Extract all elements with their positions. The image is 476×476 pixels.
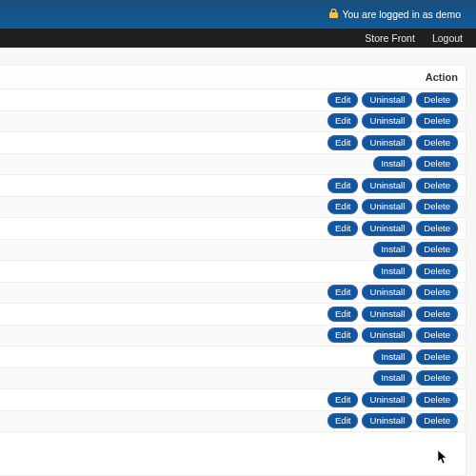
uninstall-button[interactable]: Uninstall bbox=[362, 307, 412, 322]
delete-button[interactable]: Delete bbox=[416, 135, 458, 150]
table-row: EditUninstallDelete bbox=[0, 89, 466, 111]
lock-icon bbox=[329, 9, 338, 20]
table-row: EditUninstallDelete bbox=[0, 197, 466, 219]
table-row: InstallDelete bbox=[0, 240, 466, 262]
delete-button[interactable]: Delete bbox=[416, 392, 458, 407]
table-row: EditUninstallDelete bbox=[0, 132, 466, 154]
uninstall-button[interactable]: Uninstall bbox=[362, 92, 412, 108]
col-action-header: Action bbox=[426, 71, 458, 83]
edit-button[interactable]: Edit bbox=[327, 307, 359, 322]
uninstall-button[interactable]: Uninstall bbox=[362, 178, 412, 193]
table-row: EditUninstallDelete bbox=[0, 218, 466, 240]
uninstall-button[interactable]: Uninstall bbox=[362, 285, 412, 300]
delete-button[interactable]: Delete bbox=[416, 221, 458, 236]
table-row: EditUninstallDelete bbox=[0, 111, 466, 133]
delete-button[interactable]: Delete bbox=[416, 413, 458, 428]
table-header-row: Action bbox=[0, 66, 466, 89]
table-row: EditUninstallDelete bbox=[0, 283, 466, 305]
delete-button[interactable]: Delete bbox=[416, 370, 458, 386]
install-button[interactable]: Install bbox=[373, 370, 412, 386]
delete-button[interactable]: Delete bbox=[416, 285, 458, 300]
table-row: EditUninstallDelete bbox=[0, 175, 466, 197]
edit-button[interactable]: Edit bbox=[327, 221, 359, 236]
delete-button[interactable]: Delete bbox=[416, 264, 458, 279]
install-button[interactable]: Install bbox=[373, 156, 412, 171]
uninstall-button[interactable]: Uninstall bbox=[362, 199, 412, 214]
table-row: EditUninstallDelete bbox=[0, 389, 466, 411]
edit-button[interactable]: Edit bbox=[327, 135, 359, 150]
logged-in-text: You are logged in as demo bbox=[342, 9, 461, 20]
table-body: EditUninstallDeleteEditUninstallDeleteEd… bbox=[0, 89, 466, 432]
edit-button[interactable]: Edit bbox=[327, 178, 359, 193]
install-button[interactable]: Install bbox=[373, 349, 412, 365]
edit-button[interactable]: Edit bbox=[327, 92, 359, 108]
uninstall-button[interactable]: Uninstall bbox=[362, 327, 412, 343]
admin-header-bar: You are logged in as demo bbox=[0, 0, 476, 29]
delete-button[interactable]: Delete bbox=[416, 178, 458, 193]
uninstall-button[interactable]: Uninstall bbox=[362, 413, 412, 428]
table-row: InstallDelete bbox=[0, 347, 466, 368]
uninstall-button[interactable]: Uninstall bbox=[362, 392, 412, 407]
table-row: InstallDelete bbox=[0, 261, 466, 283]
edit-button[interactable]: Edit bbox=[327, 113, 359, 129]
table-row: EditUninstallDelete bbox=[0, 411, 466, 433]
table-row: InstallDelete bbox=[0, 154, 466, 176]
edit-button[interactable]: Edit bbox=[327, 285, 359, 300]
install-button[interactable]: Install bbox=[373, 264, 412, 279]
uninstall-button[interactable]: Uninstall bbox=[362, 113, 412, 129]
delete-button[interactable]: Delete bbox=[416, 327, 458, 343]
nav-logout[interactable]: Logout bbox=[432, 32, 463, 44]
install-button[interactable]: Install bbox=[373, 242, 412, 257]
edit-button[interactable]: Edit bbox=[327, 199, 359, 214]
top-nav-bar: Store Front Logout bbox=[0, 29, 476, 48]
delete-button[interactable]: Delete bbox=[416, 307, 458, 322]
delete-button[interactable]: Delete bbox=[416, 113, 458, 129]
edit-button[interactable]: Edit bbox=[327, 413, 359, 428]
edit-button[interactable]: Edit bbox=[327, 392, 359, 407]
table-row: EditUninstallDelete bbox=[0, 326, 466, 347]
content-area: Action EditUninstallDeleteEditUninstallD… bbox=[0, 48, 476, 476]
delete-button[interactable]: Delete bbox=[416, 199, 458, 214]
modules-panel: Action EditUninstallDeleteEditUninstallD… bbox=[0, 65, 466, 476]
nav-store-front[interactable]: Store Front bbox=[365, 32, 415, 44]
delete-button[interactable]: Delete bbox=[416, 92, 458, 108]
table-row: InstallDelete bbox=[0, 368, 466, 390]
delete-button[interactable]: Delete bbox=[416, 349, 458, 365]
delete-button[interactable]: Delete bbox=[416, 156, 458, 171]
uninstall-button[interactable]: Uninstall bbox=[362, 221, 412, 236]
table-row: EditUninstallDelete bbox=[0, 304, 466, 326]
edit-button[interactable]: Edit bbox=[327, 327, 359, 343]
delete-button[interactable]: Delete bbox=[416, 242, 458, 257]
uninstall-button[interactable]: Uninstall bbox=[362, 135, 412, 150]
